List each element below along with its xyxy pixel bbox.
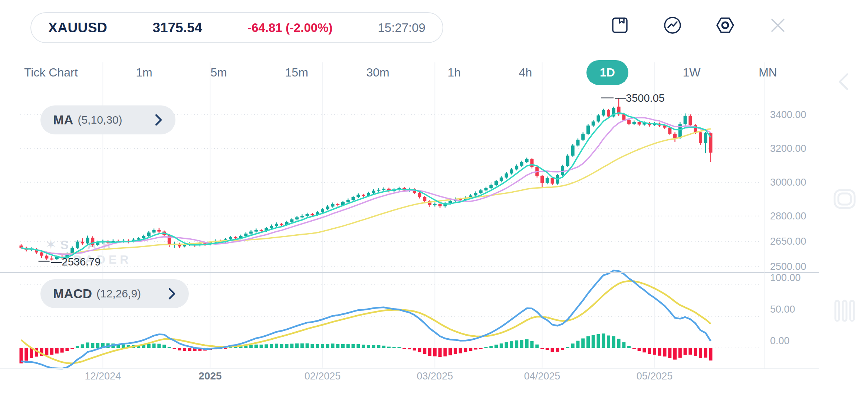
rounded-square-icon[interactable] <box>833 189 856 211</box>
macd-bar <box>96 343 99 348</box>
tab-tick-chart[interactable]: Tick Chart <box>20 61 82 85</box>
macd-bar <box>183 348 186 351</box>
tab-1d[interactable]: 1D <box>586 60 628 85</box>
macd-bar <box>709 348 712 361</box>
macd-bar <box>607 336 610 348</box>
candle-body <box>40 252 43 256</box>
candle-body <box>489 185 493 188</box>
macd-bar <box>91 343 94 348</box>
macd-bar <box>602 333 605 348</box>
macd-bar <box>566 347 569 348</box>
macd-bar <box>76 346 79 348</box>
ma30-line <box>21 129 711 254</box>
macd-bar <box>316 344 319 348</box>
macd-bar <box>469 348 472 351</box>
candle-body <box>249 232 253 234</box>
price-tick-label: 2500.00 <box>770 261 806 272</box>
macd-bar <box>402 348 406 349</box>
time-tick-label: 05/2025 <box>637 371 673 382</box>
macd-bar <box>290 344 293 348</box>
candle-body <box>147 232 151 236</box>
candle-body <box>346 200 350 202</box>
ma10-line <box>21 118 711 254</box>
bookmark-icon[interactable] <box>610 16 629 35</box>
settings-hexagon-icon[interactable] <box>716 16 735 35</box>
tab-4h[interactable]: 4h <box>515 61 536 85</box>
header-toolbar <box>610 16 788 35</box>
macd-bar <box>70 348 74 349</box>
macd-bar <box>546 348 549 350</box>
time-tick-label: 12/2024 <box>85 371 121 382</box>
macd-bar <box>632 348 636 349</box>
candle-body <box>362 195 365 196</box>
macd-bar <box>413 348 416 351</box>
macd-bar <box>699 348 702 358</box>
candle-body <box>684 116 687 124</box>
macd-indicator-badge[interactable]: MACD (12,26,9) <box>40 279 189 308</box>
candle-body <box>632 122 636 124</box>
macd-bar <box>310 344 314 348</box>
tab-30m[interactable]: 30m <box>362 61 393 85</box>
macd-tick-label: 100.00 <box>770 272 801 283</box>
candle-body <box>494 181 498 185</box>
candle-body <box>418 193 421 197</box>
tab-1h[interactable]: 1h <box>444 61 464 85</box>
macd-bar <box>65 348 69 351</box>
tab-mn[interactable]: MN <box>755 61 781 85</box>
chevron-left-icon[interactable] <box>834 71 855 94</box>
macd-bar <box>484 347 488 348</box>
candle-body <box>546 178 549 183</box>
macd-bar <box>688 348 692 355</box>
time-tick-label: 2025 <box>198 370 221 382</box>
symbol-name: XAUUSD <box>48 20 107 36</box>
candle-body <box>300 216 304 218</box>
macd-bar <box>352 344 355 348</box>
macd-bar <box>418 348 421 352</box>
price-tick-label: 3200.00 <box>770 143 806 154</box>
candle-body <box>76 242 79 248</box>
time-tick-label: 04/2025 <box>524 371 560 382</box>
macd-bar <box>122 344 125 348</box>
macd-bar <box>178 348 181 351</box>
macd-bar <box>479 348 483 349</box>
tab-1m[interactable]: 1m <box>132 61 156 85</box>
macd-bar <box>372 345 375 348</box>
macd-bar <box>561 348 564 350</box>
tab-1w[interactable]: 1W <box>679 61 704 85</box>
candle-body <box>423 197 426 201</box>
macd-bar <box>638 348 641 351</box>
ma-indicator-badge[interactable]: MA (5,10,30) <box>40 105 175 134</box>
three-bars-handle-icon[interactable] <box>834 299 856 324</box>
macd-bar <box>694 348 697 356</box>
ma-name: MA <box>53 113 73 127</box>
candle-body <box>377 190 380 191</box>
macd-bar <box>612 336 615 348</box>
candle-body <box>229 237 232 239</box>
macd-bar <box>392 347 396 348</box>
candle-body <box>244 234 247 236</box>
tab-15m[interactable]: 15m <box>282 61 312 85</box>
candle-body <box>586 125 590 134</box>
chevron-right-icon[interactable] <box>167 287 176 300</box>
chevron-right-icon[interactable] <box>154 114 163 126</box>
macd-bar <box>147 344 151 348</box>
tab-5m[interactable]: 5m <box>207 61 230 85</box>
candle-body <box>137 238 140 240</box>
candle-body <box>505 173 508 177</box>
candle-body <box>352 197 355 200</box>
macd-bar <box>520 340 523 348</box>
candle-body <box>331 204 334 206</box>
macd-bar <box>264 344 268 348</box>
candle-body <box>607 110 610 116</box>
candle-body <box>372 191 375 193</box>
macd-bar <box>617 339 621 348</box>
macd-bar <box>668 348 671 358</box>
macd-bar <box>627 346 631 348</box>
macd-tick-label: 50.00 <box>770 304 795 315</box>
indicator-activity-icon[interactable] <box>663 16 682 35</box>
candle-body <box>310 214 314 215</box>
close-icon[interactable] <box>768 16 788 35</box>
macd-bar <box>341 344 345 348</box>
macd-bar <box>454 348 457 354</box>
macd-bar <box>581 338 585 348</box>
